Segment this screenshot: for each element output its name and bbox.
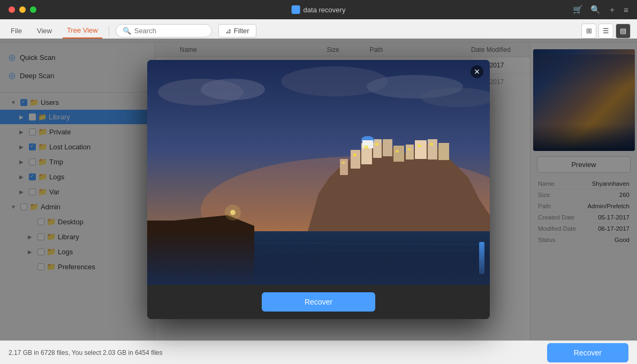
svg-rect-24 <box>353 154 357 156</box>
svg-rect-29 <box>418 145 421 147</box>
image-preview-modal: × <box>147 60 490 319</box>
titlebar-actions: 🛒 🔍 ＋ ≡ <box>573 5 628 15</box>
search-titlebar-icon[interactable]: 🔍 <box>590 5 601 14</box>
modal-svg-scene <box>147 60 490 285</box>
svg-rect-28 <box>408 148 411 150</box>
svg-rect-26 <box>375 143 378 146</box>
modal-footer: Recover <box>147 285 490 319</box>
svg-marker-31 <box>147 215 254 285</box>
svg-rect-30 <box>430 143 433 146</box>
svg-rect-21 <box>428 139 437 160</box>
modal-full-image <box>147 60 490 285</box>
svg-rect-25 <box>364 146 368 149</box>
svg-rect-20 <box>415 140 427 159</box>
modal-close-button[interactable]: × <box>471 65 483 78</box>
search-icon: 🔍 <box>123 27 131 35</box>
titlebar: data recovery 🛒 🔍 ＋ ≡ <box>0 0 637 19</box>
svg-point-33 <box>230 210 236 215</box>
tab-file[interactable]: File <box>6 24 26 38</box>
app-logo-icon <box>292 5 300 14</box>
svg-rect-23 <box>342 162 345 164</box>
tab-tree-view[interactable]: Tree View <box>63 23 102 39</box>
svg-rect-11 <box>340 159 348 175</box>
svg-rect-22 <box>438 143 449 160</box>
modal-overlay[interactable]: × <box>0 39 637 340</box>
bottom-bar: 2.17 GB in 6728 files, You select 2.03 G… <box>0 340 637 364</box>
filter-button[interactable]: ⊿ Filter <box>218 24 256 37</box>
filter-icon: ⊿ <box>225 27 231 35</box>
modal-recover-button[interactable]: Recover <box>262 292 375 312</box>
app-title-text: data recovery <box>304 6 346 14</box>
svg-rect-19 <box>406 145 414 160</box>
detail-view-button[interactable]: ▤ <box>616 24 631 39</box>
svg-rect-12 <box>351 150 360 169</box>
recover-main-button[interactable]: Recover <box>547 343 628 362</box>
svg-rect-15 <box>383 139 392 156</box>
svg-rect-14 <box>373 139 382 158</box>
svg-point-3 <box>201 79 265 100</box>
window-controls <box>9 6 36 13</box>
minimize-button[interactable] <box>19 6 26 13</box>
view-toggle-group: ⊞ ☰ ▤ <box>581 24 631 39</box>
tab-view[interactable]: View <box>33 24 56 38</box>
search-input[interactable] <box>134 27 188 35</box>
search-bar[interactable]: 🔍 <box>116 24 212 37</box>
svg-line-8 <box>147 242 490 245</box>
cart-icon[interactable]: 🛒 <box>573 5 583 14</box>
toolbar-divider <box>109 26 109 36</box>
close-button[interactable] <box>9 6 15 13</box>
maximize-button[interactable] <box>30 6 36 13</box>
status-info: 2.17 GB in 6728 files, You select 2.03 G… <box>9 349 163 357</box>
grid-view-button[interactable]: ⊞ <box>581 24 596 39</box>
svg-rect-27 <box>396 150 399 153</box>
svg-rect-7 <box>147 231 490 285</box>
svg-rect-34 <box>479 242 484 274</box>
svg-rect-18 <box>393 146 404 162</box>
app-title: data recovery <box>292 5 346 14</box>
menu-icon[interactable]: ≡ <box>624 5 628 14</box>
svg-line-9 <box>147 250 490 253</box>
filter-label: Filter <box>234 27 249 35</box>
list-view-button[interactable]: ☰ <box>598 24 613 39</box>
add-icon[interactable]: ＋ <box>608 5 616 15</box>
